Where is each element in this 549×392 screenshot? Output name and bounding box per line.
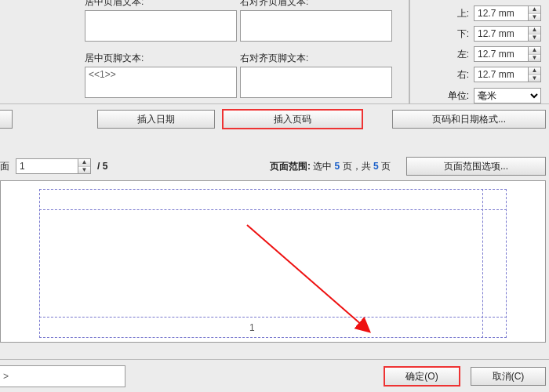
margin-right-label: 右: — [457, 68, 469, 82]
center-footer-input[interactable]: <<1>> — [85, 67, 237, 98]
spin-down-icon[interactable]: ▼ — [529, 55, 540, 62]
margin-bottom-label: 下: — [457, 27, 469, 41]
spin-down-icon[interactable]: ▼ — [529, 75, 540, 82]
margin-top-input[interactable]: 12.7 mm ▲▼ — [474, 5, 541, 21]
margin-bottom-input[interactable]: 12.7 mm ▲▼ — [474, 26, 541, 42]
unit-select[interactable]: 毫米 — [474, 88, 541, 103]
spin-down-icon[interactable]: ▼ — [529, 34, 540, 42]
page-total: / 5 — [97, 161, 107, 172]
unit-label: 单位: — [448, 89, 469, 103]
blank-button-fragment[interactable] — [0, 110, 13, 129]
page-range-info: 页面范围: 选中 5 页，共 5 页 — [270, 160, 391, 173]
margin-left-label: 左: — [457, 48, 469, 61]
center-header-label: 居中页眉文本: — [85, 0, 237, 9]
margin-top-label: 上: — [457, 7, 469, 20]
spin-down-icon[interactable]: ▼ — [78, 167, 90, 174]
page-label: 面 — [0, 160, 9, 173]
center-header-input[interactable] — [85, 10, 237, 42]
preview-page-number: 1 — [249, 322, 255, 333]
ok-button[interactable]: 确定(O) — [384, 367, 460, 386]
margin-right-input[interactable]: 12.7 mm ▲▼ — [474, 67, 541, 82]
footer-dropdown-fragment[interactable]: > — [0, 365, 125, 387]
insert-page-number-button[interactable]: 插入页码 — [223, 110, 362, 129]
cancel-button[interactable]: 取消(C) — [471, 367, 546, 386]
preview-page: 1 — [39, 189, 507, 338]
preview-pane: 1 — [0, 180, 546, 343]
center-footer-label: 居中页脚文本: — [85, 52, 237, 65]
right-footer-input[interactable] — [240, 67, 392, 98]
page-number-input[interactable]: 1 ▲▼ — [16, 158, 91, 174]
page-date-format-button[interactable]: 页码和日期格式... — [392, 110, 546, 129]
page-range-options-button[interactable]: 页面范围选项... — [406, 157, 546, 176]
spin-down-icon[interactable]: ▼ — [529, 14, 540, 21]
right-footer-label: 右对齐页脚文本: — [240, 52, 392, 65]
chevron-right-icon: > — [3, 371, 9, 382]
right-header-input[interactable] — [240, 10, 392, 42]
right-header-label: 右对齐页眉文本: — [240, 0, 392, 9]
margin-left-input[interactable]: 12.7 mm ▲▼ — [474, 46, 541, 62]
insert-date-button[interactable]: 插入日期 — [97, 110, 215, 129]
